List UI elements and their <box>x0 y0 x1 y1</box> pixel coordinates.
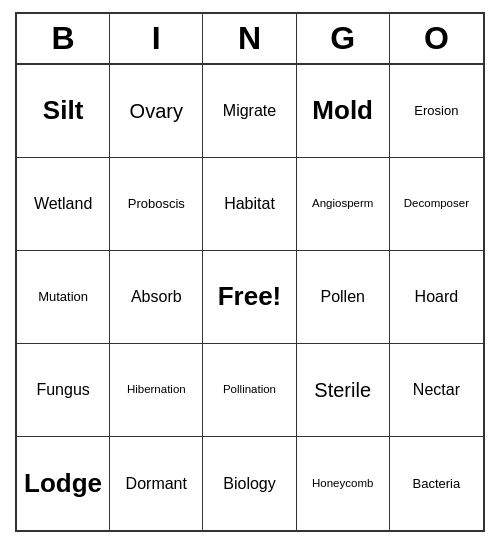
cell-text-r1-c4: Decomposer <box>404 197 469 211</box>
cell-text-r3-c2: Pollination <box>223 383 276 397</box>
cell-text-r4-c2: Biology <box>223 474 275 493</box>
cell-text-r0-c3: Mold <box>312 95 373 126</box>
cell-text-r3-c4: Nectar <box>413 380 460 399</box>
cell-r1-c4: Decomposer <box>390 158 483 251</box>
cell-text-r0-c2: Migrate <box>223 101 276 120</box>
cell-r4-c1: Dormant <box>110 437 203 530</box>
bingo-grid: SiltOvaryMigrateMoldErosionWetlandProbos… <box>17 65 483 530</box>
cell-r0-c1: Ovary <box>110 65 203 158</box>
cell-r1-c3: Angiosperm <box>297 158 390 251</box>
header-letter-N: N <box>203 14 296 63</box>
header-letter-I: I <box>110 14 203 63</box>
cell-text-r4-c0: Lodge <box>24 468 102 499</box>
cell-r1-c0: Wetland <box>17 158 110 251</box>
cell-text-r4-c1: Dormant <box>126 474 187 493</box>
cell-text-r0-c0: Silt <box>43 95 83 126</box>
cell-text-r2-c3: Pollen <box>320 287 364 306</box>
cell-text-r2-c1: Absorb <box>131 287 182 306</box>
header-letter-B: B <box>17 14 110 63</box>
cell-text-r2-c4: Hoard <box>415 287 459 306</box>
cell-r4-c3: Honeycomb <box>297 437 390 530</box>
cell-r1-c1: Proboscis <box>110 158 203 251</box>
cell-text-r4-c3: Honeycomb <box>312 477 373 491</box>
cell-text-r3-c3: Sterile <box>314 378 371 402</box>
cell-r1-c2: Habitat <box>203 158 296 251</box>
cell-text-r1-c3: Angiosperm <box>312 197 373 211</box>
cell-r2-c3: Pollen <box>297 251 390 344</box>
cell-text-r1-c1: Proboscis <box>128 196 185 212</box>
cell-text-r1-c0: Wetland <box>34 194 92 213</box>
cell-r0-c3: Mold <box>297 65 390 158</box>
cell-r4-c4: Bacteria <box>390 437 483 530</box>
cell-r4-c2: Biology <box>203 437 296 530</box>
cell-r2-c0: Mutation <box>17 251 110 344</box>
cell-r2-c2: Free! <box>203 251 296 344</box>
bingo-header: BINGO <box>17 14 483 65</box>
header-letter-G: G <box>297 14 390 63</box>
cell-r3-c1: Hibernation <box>110 344 203 437</box>
header-letter-O: O <box>390 14 483 63</box>
cell-text-r0-c1: Ovary <box>130 99 183 123</box>
cell-text-r0-c4: Erosion <box>414 103 458 119</box>
cell-r2-c1: Absorb <box>110 251 203 344</box>
cell-text-r1-c2: Habitat <box>224 194 275 213</box>
cell-r4-c0: Lodge <box>17 437 110 530</box>
cell-r3-c3: Sterile <box>297 344 390 437</box>
cell-r0-c0: Silt <box>17 65 110 158</box>
cell-text-r2-c2: Free! <box>218 281 282 312</box>
cell-r3-c2: Pollination <box>203 344 296 437</box>
cell-text-r3-c0: Fungus <box>36 380 89 399</box>
cell-text-r2-c0: Mutation <box>38 289 88 305</box>
cell-r2-c4: Hoard <box>390 251 483 344</box>
cell-r3-c0: Fungus <box>17 344 110 437</box>
cell-r3-c4: Nectar <box>390 344 483 437</box>
cell-r0-c2: Migrate <box>203 65 296 158</box>
bingo-card: BINGO SiltOvaryMigrateMoldErosionWetland… <box>15 12 485 532</box>
cell-text-r3-c1: Hibernation <box>127 383 186 397</box>
cell-r0-c4: Erosion <box>390 65 483 158</box>
cell-text-r4-c4: Bacteria <box>413 476 461 492</box>
